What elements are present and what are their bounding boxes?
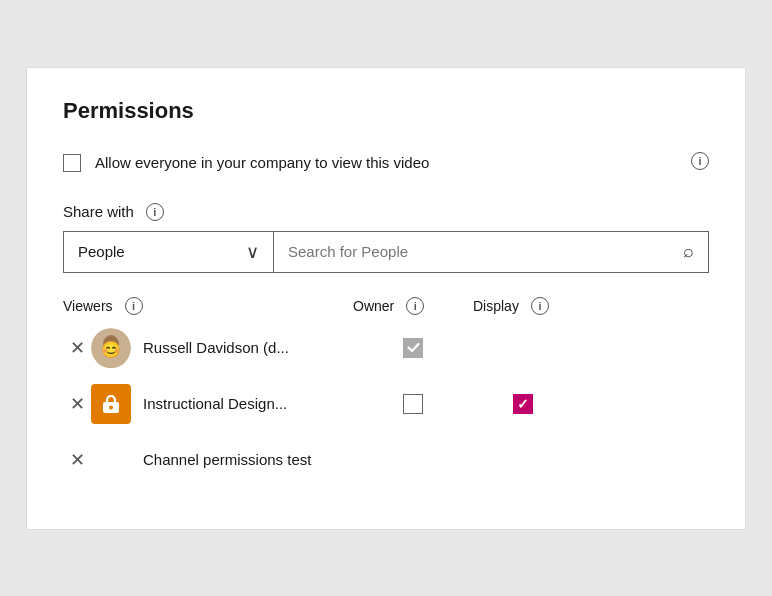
allow-everyone-info-icon[interactable]: i <box>691 152 709 170</box>
russell-name: Russell Davidson (d... <box>143 339 353 356</box>
instructional-display-checkbox[interactable]: ✓ <box>513 394 533 414</box>
remove-russell-button[interactable]: ✕ <box>63 337 91 359</box>
russell-owner-checkbox[interactable] <box>403 338 423 358</box>
viewers-column-header: Viewers i <box>63 297 353 315</box>
instructional-name: Instructional Design... <box>143 395 353 412</box>
russell-avatar-image: 😊 <box>91 328 131 368</box>
display-info-icon[interactable]: i <box>531 297 549 315</box>
avatar-instructional <box>91 384 131 424</box>
share-with-section: Share with i People ∨ ⌕ <box>63 203 709 273</box>
viewer-row-channel: ✕ Channel permissions test <box>63 437 709 483</box>
remove-instructional-button[interactable]: ✕ <box>63 393 91 415</box>
viewers-section: Viewers i Owner i Display i ✕ <box>63 297 709 483</box>
search-input[interactable] <box>288 243 673 260</box>
allow-everyone-row: Allow everyone in your company to view t… <box>63 152 709 173</box>
svg-point-7 <box>109 405 113 409</box>
page-title: Permissions <box>63 98 709 124</box>
svg-text:😊: 😊 <box>101 340 121 359</box>
viewer-row-russell: ✕ 😊 Russell Davidson (d... <box>63 325 709 371</box>
chevron-down-icon: ∨ <box>246 241 259 263</box>
share-with-label: Share with i <box>63 203 709 221</box>
search-button[interactable]: ⌕ <box>683 241 694 262</box>
share-with-info-icon[interactable]: i <box>146 203 164 221</box>
russell-owner-checkbox-wrapper <box>353 338 473 358</box>
owner-info-icon[interactable]: i <box>406 297 424 315</box>
owner-column-header: Owner i <box>353 297 473 315</box>
viewers-header: Viewers i Owner i Display i <box>63 297 709 315</box>
people-dropdown-label: People <box>78 243 125 260</box>
avatar-channel-placeholder <box>91 440 131 480</box>
instructional-owner-checkbox-wrapper <box>353 394 473 414</box>
viewers-info-icon[interactable]: i <box>125 297 143 315</box>
remove-channel-button[interactable]: ✕ <box>63 449 91 471</box>
checkmark-icon <box>407 341 420 354</box>
display-column-header: Display i <box>473 297 549 315</box>
checkmark-icon: ✓ <box>517 397 529 411</box>
lock-icon <box>100 393 122 415</box>
instructional-display-checkbox-wrapper: ✓ <box>473 394 573 414</box>
avatar-russell: 😊 <box>91 328 131 368</box>
permissions-card: Permissions Allow everyone in your compa… <box>26 67 746 530</box>
allow-everyone-label: Allow everyone in your company to view t… <box>95 152 671 173</box>
viewer-row-instructional: ✕ Instructional Design... ✓ <box>63 381 709 427</box>
people-dropdown[interactable]: People ∨ <box>64 232 274 272</box>
share-with-control: People ∨ ⌕ <box>63 231 709 273</box>
channel-name: Channel permissions test <box>143 451 403 468</box>
allow-everyone-checkbox[interactable] <box>63 154 81 172</box>
search-box: ⌕ <box>274 232 708 272</box>
instructional-owner-checkbox[interactable] <box>403 394 423 414</box>
